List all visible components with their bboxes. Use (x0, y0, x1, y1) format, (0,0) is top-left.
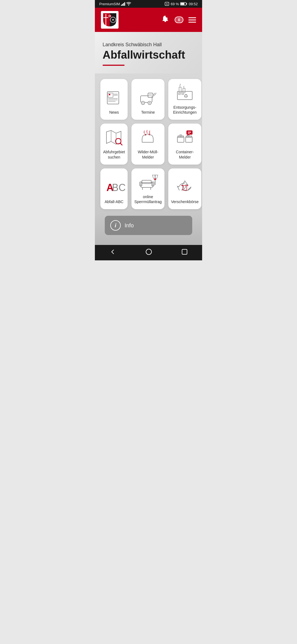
header-actions: 0 (161, 15, 196, 25)
hero-title: Abfallwirtschaft (103, 49, 194, 61)
svg-text:N: N (166, 3, 167, 5)
hamburger-menu[interactable] (188, 17, 196, 23)
main-grid-container: News Termine (95, 73, 202, 214)
svg-rect-3 (186, 3, 187, 5)
news-icon (105, 89, 123, 107)
home-button[interactable] (140, 247, 158, 258)
recent-apps-button[interactable] (176, 248, 193, 258)
svg-line-35 (120, 143, 122, 145)
notification-badge: 0 (175, 17, 183, 23)
abfuhrgebiet-label: Abfuhrgebietsuchen (103, 149, 125, 159)
signal-icon (121, 2, 125, 6)
entsorgungs-label: Entsorgungs-Einrichtungen (173, 105, 197, 115)
svg-point-10 (166, 15, 168, 18)
entsorgungs-icon: ♻ (176, 84, 194, 102)
coat-of-arms-icon (102, 12, 117, 28)
abfall-abc-button[interactable]: A BC Abfall-ABC (100, 168, 128, 209)
svg-rect-38 (186, 137, 192, 142)
carrier-info: PremiumSIM (99, 2, 131, 6)
svg-rect-49 (142, 180, 151, 184)
svg-rect-57 (182, 249, 187, 254)
verschenkboerse-icon (176, 178, 194, 196)
entsorgungs-button[interactable]: ♻ Entsorgungs-Einrichtungen (168, 79, 201, 120)
termine-icon (139, 89, 157, 107)
news-label: News (109, 110, 119, 115)
svg-rect-13 (109, 94, 110, 95)
device-status: N 69 % 09:52 (165, 2, 198, 6)
battery-level: 69 % (171, 2, 179, 6)
app-header: 0 (95, 8, 202, 32)
svg-rect-30 (178, 93, 180, 95)
termine-button[interactable]: Termine (131, 79, 164, 120)
status-bar: PremiumSIM N 69 % 09:52 (95, 0, 202, 8)
svg-rect-40 (180, 135, 182, 136)
svg-rect-36 (177, 137, 184, 142)
wilder-mull-icon (139, 129, 157, 146)
navigation-bar (95, 245, 202, 260)
news-button[interactable]: News (100, 79, 128, 120)
svg-point-56 (146, 249, 152, 255)
info-button[interactable]: i Info (105, 216, 192, 235)
hero-subtitle: Landkreis Schwäbisch Hall (103, 42, 194, 48)
wilder-mull-button[interactable]: Wilder-Müll-Melder (131, 124, 164, 164)
sperrmuell-button[interactable]: onlineSperrmüllantrag (131, 168, 164, 209)
svg-text:♻: ♻ (184, 93, 188, 99)
notification-bell[interactable] (161, 15, 170, 25)
sperrmuell-icon (139, 173, 157, 191)
verschenkboerse-label: Verschenkbörse (171, 199, 199, 204)
svg-rect-21 (149, 94, 152, 96)
svg-point-25 (149, 102, 150, 103)
logo (101, 11, 119, 29)
svg-point-23 (142, 102, 144, 103)
svg-rect-31 (182, 93, 184, 95)
container-label: Container-Melder (176, 149, 194, 159)
container-button[interactable]: Container-Melder (168, 124, 201, 164)
termine-label: Termine (141, 110, 155, 115)
svg-rect-28 (183, 88, 185, 93)
svg-rect-27 (179, 87, 181, 93)
back-button[interactable] (104, 247, 122, 258)
wilder-mull-label: Wilder-Müll-Melder (138, 149, 158, 159)
menu-grid: News Termine (100, 79, 197, 209)
abfall-abc-label: Abfall-ABC (105, 199, 123, 204)
verschenkboerse-button[interactable]: Verschenkbörse (168, 168, 201, 209)
carrier-name: PremiumSIM (99, 2, 120, 6)
nfc-icon: N (165, 2, 169, 6)
svg-rect-12 (108, 93, 113, 97)
battery-icon (180, 2, 187, 6)
container-icon (176, 129, 194, 146)
abfall-abc-icon: A BC (105, 178, 123, 196)
info-label: Info (125, 222, 134, 229)
abfuhrgebiet-icon (105, 129, 123, 146)
wifi-icon (126, 2, 131, 6)
time: 09:52 (189, 2, 198, 6)
hero-underline (103, 65, 125, 66)
svg-text:BC: BC (112, 182, 126, 193)
hero-section: Landkreis Schwäbisch Hall Abfallwirtscha… (95, 32, 202, 73)
abfuhrgebiet-button[interactable]: Abfuhrgebietsuchen (100, 124, 128, 164)
svg-rect-4 (181, 3, 185, 5)
info-circle-icon: i (110, 220, 121, 231)
svg-point-55 (154, 178, 156, 180)
sperrmuell-label: onlineSperrmüllantrag (134, 194, 162, 204)
